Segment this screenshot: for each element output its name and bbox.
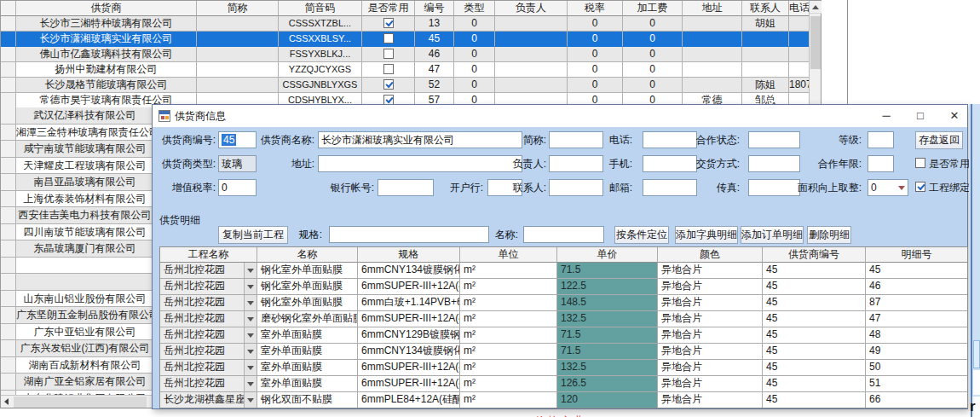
cell-name[interactable]: 钢化双面不贴膜 (257, 392, 358, 408)
checkbox-checked-icon[interactable] (383, 79, 394, 90)
list-item[interactable]: 湖南百成新材料有限公司 (1, 357, 153, 374)
cell-spec[interactable]: 6mmCNY134镀膜钢化 (358, 344, 460, 360)
cell-manager[interactable] (495, 62, 568, 78)
cell-detail-no[interactable]: 48 (866, 327, 967, 344)
cell-supplier[interactable]: 佛山市亿鑫玻璃科技有限公司 (16, 47, 197, 62)
cell-project-combo[interactable]: 岳州北控花园 (160, 344, 257, 360)
cell-detail-no[interactable]: 87 (866, 295, 967, 311)
cell-unit[interactable]: m² (460, 279, 557, 295)
vertical-scrollbar[interactable] (809, 1, 821, 107)
cell-detail-no[interactable]: 50 (866, 360, 967, 376)
copy-current-project-button[interactable]: 复制当前工程 (218, 226, 288, 244)
list-item[interactable]: 咸宁南玻节能玻璃有限公司 (1, 141, 153, 158)
delivery-field[interactable] (748, 155, 800, 172)
row-header[interactable] (1, 307, 16, 324)
list-item-empty[interactable] (1, 274, 153, 291)
list-item[interactable]: 广东中亚铝业有限公司 (1, 324, 153, 341)
coop-status-field[interactable] (748, 131, 800, 148)
cell-contact[interactable] (742, 62, 789, 78)
cell-phone[interactable] (789, 62, 809, 78)
list-item[interactable]: 湖南广亚全铝家居有限公司 (1, 374, 153, 391)
name-filter-input[interactable] (523, 226, 604, 243)
horizontal-scrollbar[interactable] (1, 395, 153, 408)
cell-supplier-no[interactable]: 45 (763, 263, 866, 279)
row-header[interactable] (1, 291, 16, 308)
cell-supplier-no[interactable]: 45 (763, 311, 866, 327)
cell-spec[interactable]: 6mmSUPER-III+12A(硅... (358, 360, 460, 376)
cell-spec[interactable]: 6mm白玻+1.14PVB+6mm... (358, 295, 460, 311)
col-header-project[interactable]: 工程名称 (160, 247, 257, 263)
cell-common[interactable] (362, 47, 415, 62)
cell-supplier-no[interactable]: 45 (763, 344, 866, 360)
cell-project-combo[interactable]: 长沙龙湖祺鑫星座 (160, 392, 257, 408)
checkbox-checked-icon[interactable] (383, 18, 394, 28)
cell-price[interactable]: 132.5 (557, 360, 658, 376)
cell-fee[interactable]: 0 (623, 62, 683, 78)
col-header-pinyin[interactable]: 简音码 (279, 1, 362, 16)
col-header-address[interactable]: 地址 (683, 1, 742, 16)
detail-row[interactable]: 岳州北控花园 室外单面贴膜 6mmSUPER-III+12A(硅... m² 1… (160, 360, 967, 376)
cell-contact[interactable] (742, 47, 789, 62)
cell-supplier-no[interactable]: 45 (763, 279, 866, 295)
cell-contact[interactable] (742, 32, 789, 47)
cell-price[interactable]: 71.5 (557, 327, 658, 344)
supplier-name-field[interactable] (318, 131, 522, 148)
checkbox-unchecked-icon[interactable] (383, 49, 394, 59)
detail-row[interactable]: 岳州北控花园 室外单面贴膜 6mmSUPER-III+12A(硅... m² 1… (160, 376, 967, 392)
cell-supplier-no[interactable]: 45 (763, 392, 866, 408)
row-header[interactable] (1, 125, 16, 142)
cell-price[interactable]: 120 (557, 392, 658, 408)
cell-price[interactable]: 126.5 (557, 376, 658, 392)
table-row-selected[interactable]: 长沙市潇湘玻璃实业有限公司 CSSXXBLSY... 45 0 0 0 (1, 32, 821, 47)
cell-spec[interactable]: 6mmSUPER-III+12A(硅... (358, 376, 460, 392)
col-header-detail-no[interactable]: 明细号 (866, 247, 967, 263)
cell-no[interactable]: 45 (415, 32, 454, 47)
minimize-button[interactable]: ─ (873, 105, 900, 127)
cell-color[interactable]: 异地合片 (658, 295, 763, 311)
col-header-no[interactable]: 编号 (415, 1, 454, 16)
checkbox-unchecked-icon[interactable] (915, 158, 925, 168)
cell-type[interactable]: 0 (454, 47, 495, 62)
table-row[interactable]: 长沙晟格节能玻璃有限公司 CSSGJNBLYXGS 52 0 0 0 陈姐 18… (1, 78, 821, 93)
row-header[interactable] (1, 62, 16, 78)
combo-dropdown-icon[interactable] (244, 263, 257, 278)
cell-supplier-no[interactable]: 45 (763, 376, 866, 392)
bank-account-field[interactable] (378, 179, 434, 196)
list-item[interactable]: 东晶玻璃厦门有限公司 (1, 240, 153, 258)
cell-unit[interactable]: m² (460, 263, 557, 279)
cell-supplier-no[interactable]: 45 (763, 295, 866, 311)
cell-address[interactable] (683, 78, 742, 93)
row-header[interactable] (1, 141, 16, 158)
save-return-button[interactable]: 存盘返回 (915, 131, 963, 149)
detail-row[interactable]: 岳州北控花园 钢化室外单面贴膜 6mm白玻+1.14PVB+6mm... m² … (160, 295, 967, 311)
cell-project-combo[interactable]: 岳州北控花园 (160, 376, 257, 392)
row-header[interactable] (1, 107, 16, 125)
cell-color[interactable]: 异地合片 (658, 311, 763, 327)
cell-unit[interactable]: m² (460, 376, 557, 392)
combo-dropdown-icon[interactable] (244, 392, 257, 408)
cell-pinyin[interactable]: CSSXXBLSY... (279, 32, 362, 47)
cell-contact[interactable]: 陈姐 (742, 78, 789, 93)
cell-no[interactable]: 47 (415, 62, 454, 78)
row-header-corner[interactable] (1, 1, 16, 16)
cell-spec[interactable]: 6mmSUPER-III+12A(硅... (358, 279, 460, 295)
cell-detail-no[interactable]: 47 (866, 311, 967, 327)
supplier-type-field[interactable]: 玻璃 (218, 155, 257, 172)
cell-common[interactable] (362, 78, 415, 93)
table-row[interactable]: 扬州中勤建材有限公司 YZZQJCYXGS 47 0 0 0 (1, 62, 821, 78)
cell-unit[interactable]: m² (460, 360, 557, 376)
combo-dropdown-icon[interactable] (244, 327, 257, 343)
row-header[interactable] (1, 207, 16, 224)
detail-row[interactable]: 岳州北控花园 室外单面贴膜 6mmCNY134镀膜钢化 m² 71.5 异地合片… (160, 344, 967, 360)
locate-by-condition-button[interactable]: 按条件定位 (614, 226, 669, 244)
cell-common[interactable] (362, 32, 415, 47)
cell-spec[interactable]: 6mmCNY134镀膜钢化 (358, 263, 460, 279)
row-header[interactable] (1, 93, 16, 108)
table-row[interactable]: 长沙市三湘特种玻璃有限公司 CSSSXTZBL... 13 0 0 0 胡姐 (1, 16, 821, 32)
row-header[interactable] (1, 374, 16, 391)
cell-name[interactable]: 钢化室外单面贴膜 (257, 279, 358, 295)
list-item[interactable]: 四川南玻节能玻璃有限公司 (1, 224, 153, 241)
cell-name[interactable]: 室外单面贴膜 (257, 360, 358, 376)
cell-abbr[interactable] (197, 16, 279, 32)
cell-color[interactable]: 异地合片 (658, 360, 763, 376)
